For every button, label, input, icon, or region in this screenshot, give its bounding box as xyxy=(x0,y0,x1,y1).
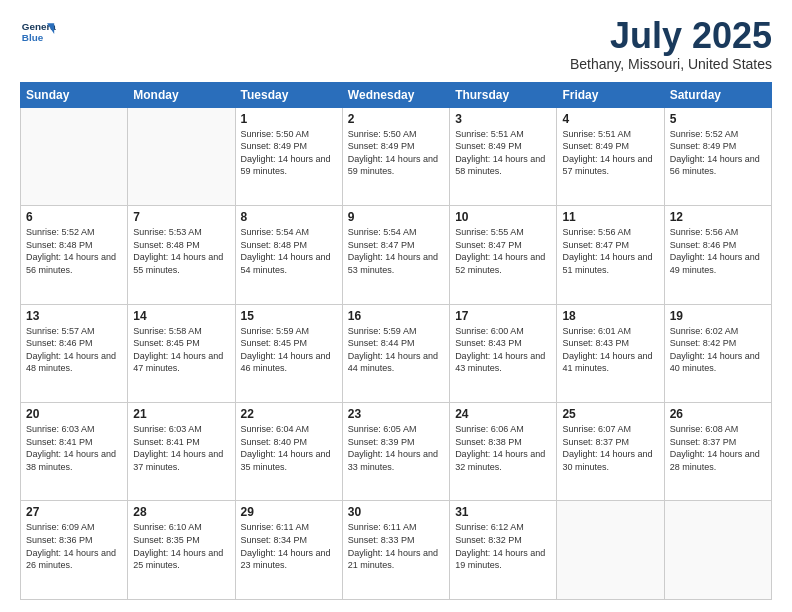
cell-info: Sunrise: 5:54 AMSunset: 8:47 PMDaylight:… xyxy=(348,226,444,276)
col-sunday: Sunday xyxy=(21,82,128,107)
cell-info: Sunrise: 5:50 AMSunset: 8:49 PMDaylight:… xyxy=(241,128,337,178)
logo: General Blue xyxy=(20,16,56,52)
table-cell: 25Sunrise: 6:07 AMSunset: 8:37 PMDayligh… xyxy=(557,403,664,501)
table-cell: 11Sunrise: 5:56 AMSunset: 8:47 PMDayligh… xyxy=(557,206,664,304)
day-number: 2 xyxy=(348,112,444,126)
table-cell xyxy=(128,107,235,205)
table-cell: 22Sunrise: 6:04 AMSunset: 8:40 PMDayligh… xyxy=(235,403,342,501)
table-cell: 2Sunrise: 5:50 AMSunset: 8:49 PMDaylight… xyxy=(342,107,449,205)
table-cell: 20Sunrise: 6:03 AMSunset: 8:41 PMDayligh… xyxy=(21,403,128,501)
col-thursday: Thursday xyxy=(450,82,557,107)
cell-info: Sunrise: 5:56 AMSunset: 8:46 PMDaylight:… xyxy=(670,226,766,276)
cell-info: Sunrise: 6:11 AMSunset: 8:33 PMDaylight:… xyxy=(348,521,444,571)
cell-info: Sunrise: 6:02 AMSunset: 8:42 PMDaylight:… xyxy=(670,325,766,375)
day-number: 19 xyxy=(670,309,766,323)
col-wednesday: Wednesday xyxy=(342,82,449,107)
day-number: 23 xyxy=(348,407,444,421)
table-cell: 30Sunrise: 6:11 AMSunset: 8:33 PMDayligh… xyxy=(342,501,449,600)
day-number: 30 xyxy=(348,505,444,519)
cell-info: Sunrise: 6:03 AMSunset: 8:41 PMDaylight:… xyxy=(26,423,122,473)
cell-info: Sunrise: 5:54 AMSunset: 8:48 PMDaylight:… xyxy=(241,226,337,276)
calendar-table: Sunday Monday Tuesday Wednesday Thursday… xyxy=(20,82,772,600)
day-number: 15 xyxy=(241,309,337,323)
location: Bethany, Missouri, United States xyxy=(570,56,772,72)
cell-info: Sunrise: 6:10 AMSunset: 8:35 PMDaylight:… xyxy=(133,521,229,571)
day-number: 3 xyxy=(455,112,551,126)
table-cell: 10Sunrise: 5:55 AMSunset: 8:47 PMDayligh… xyxy=(450,206,557,304)
table-cell xyxy=(664,501,771,600)
table-cell: 24Sunrise: 6:06 AMSunset: 8:38 PMDayligh… xyxy=(450,403,557,501)
day-number: 11 xyxy=(562,210,658,224)
cell-info: Sunrise: 5:50 AMSunset: 8:49 PMDaylight:… xyxy=(348,128,444,178)
day-number: 29 xyxy=(241,505,337,519)
day-number: 7 xyxy=(133,210,229,224)
cell-info: Sunrise: 5:59 AMSunset: 8:45 PMDaylight:… xyxy=(241,325,337,375)
table-cell: 17Sunrise: 6:00 AMSunset: 8:43 PMDayligh… xyxy=(450,304,557,402)
col-friday: Friday xyxy=(557,82,664,107)
cell-info: Sunrise: 6:05 AMSunset: 8:39 PMDaylight:… xyxy=(348,423,444,473)
table-cell: 12Sunrise: 5:56 AMSunset: 8:46 PMDayligh… xyxy=(664,206,771,304)
table-cell: 5Sunrise: 5:52 AMSunset: 8:49 PMDaylight… xyxy=(664,107,771,205)
table-cell: 27Sunrise: 6:09 AMSunset: 8:36 PMDayligh… xyxy=(21,501,128,600)
table-cell: 6Sunrise: 5:52 AMSunset: 8:48 PMDaylight… xyxy=(21,206,128,304)
table-cell: 16Sunrise: 5:59 AMSunset: 8:44 PMDayligh… xyxy=(342,304,449,402)
cell-info: Sunrise: 6:06 AMSunset: 8:38 PMDaylight:… xyxy=(455,423,551,473)
cell-info: Sunrise: 6:03 AMSunset: 8:41 PMDaylight:… xyxy=(133,423,229,473)
table-cell: 18Sunrise: 6:01 AMSunset: 8:43 PMDayligh… xyxy=(557,304,664,402)
cell-info: Sunrise: 6:00 AMSunset: 8:43 PMDaylight:… xyxy=(455,325,551,375)
cell-info: Sunrise: 5:51 AMSunset: 8:49 PMDaylight:… xyxy=(455,128,551,178)
cell-info: Sunrise: 6:07 AMSunset: 8:37 PMDaylight:… xyxy=(562,423,658,473)
cell-info: Sunrise: 6:08 AMSunset: 8:37 PMDaylight:… xyxy=(670,423,766,473)
page: General Blue July 2025 Bethany, Missouri… xyxy=(0,0,792,612)
table-cell: 29Sunrise: 6:11 AMSunset: 8:34 PMDayligh… xyxy=(235,501,342,600)
day-number: 10 xyxy=(455,210,551,224)
day-number: 16 xyxy=(348,309,444,323)
table-cell xyxy=(557,501,664,600)
table-cell: 14Sunrise: 5:58 AMSunset: 8:45 PMDayligh… xyxy=(128,304,235,402)
cell-info: Sunrise: 6:09 AMSunset: 8:36 PMDaylight:… xyxy=(26,521,122,571)
table-cell: 9Sunrise: 5:54 AMSunset: 8:47 PMDaylight… xyxy=(342,206,449,304)
day-number: 9 xyxy=(348,210,444,224)
cell-info: Sunrise: 6:12 AMSunset: 8:32 PMDaylight:… xyxy=(455,521,551,571)
col-saturday: Saturday xyxy=(664,82,771,107)
cell-info: Sunrise: 5:58 AMSunset: 8:45 PMDaylight:… xyxy=(133,325,229,375)
cell-info: Sunrise: 6:11 AMSunset: 8:34 PMDaylight:… xyxy=(241,521,337,571)
week-row-4: 20Sunrise: 6:03 AMSunset: 8:41 PMDayligh… xyxy=(21,403,772,501)
table-cell: 28Sunrise: 6:10 AMSunset: 8:35 PMDayligh… xyxy=(128,501,235,600)
cell-info: Sunrise: 5:52 AMSunset: 8:49 PMDaylight:… xyxy=(670,128,766,178)
day-number: 1 xyxy=(241,112,337,126)
day-number: 27 xyxy=(26,505,122,519)
day-number: 5 xyxy=(670,112,766,126)
calendar-header-row: Sunday Monday Tuesday Wednesday Thursday… xyxy=(21,82,772,107)
day-number: 22 xyxy=(241,407,337,421)
cell-info: Sunrise: 6:01 AMSunset: 8:43 PMDaylight:… xyxy=(562,325,658,375)
day-number: 20 xyxy=(26,407,122,421)
table-cell: 4Sunrise: 5:51 AMSunset: 8:49 PMDaylight… xyxy=(557,107,664,205)
week-row-1: 1Sunrise: 5:50 AMSunset: 8:49 PMDaylight… xyxy=(21,107,772,205)
day-number: 21 xyxy=(133,407,229,421)
day-number: 31 xyxy=(455,505,551,519)
day-number: 28 xyxy=(133,505,229,519)
cell-info: Sunrise: 5:57 AMSunset: 8:46 PMDaylight:… xyxy=(26,325,122,375)
day-number: 18 xyxy=(562,309,658,323)
day-number: 14 xyxy=(133,309,229,323)
logo-icon: General Blue xyxy=(20,16,56,52)
day-number: 4 xyxy=(562,112,658,126)
col-monday: Monday xyxy=(128,82,235,107)
table-cell: 7Sunrise: 5:53 AMSunset: 8:48 PMDaylight… xyxy=(128,206,235,304)
table-cell: 8Sunrise: 5:54 AMSunset: 8:48 PMDaylight… xyxy=(235,206,342,304)
day-number: 26 xyxy=(670,407,766,421)
table-cell: 21Sunrise: 6:03 AMSunset: 8:41 PMDayligh… xyxy=(128,403,235,501)
table-cell: 26Sunrise: 6:08 AMSunset: 8:37 PMDayligh… xyxy=(664,403,771,501)
day-number: 6 xyxy=(26,210,122,224)
table-cell: 23Sunrise: 6:05 AMSunset: 8:39 PMDayligh… xyxy=(342,403,449,501)
table-cell: 31Sunrise: 6:12 AMSunset: 8:32 PMDayligh… xyxy=(450,501,557,600)
day-number: 13 xyxy=(26,309,122,323)
cell-info: Sunrise: 5:51 AMSunset: 8:49 PMDaylight:… xyxy=(562,128,658,178)
table-cell: 19Sunrise: 6:02 AMSunset: 8:42 PMDayligh… xyxy=(664,304,771,402)
day-number: 17 xyxy=(455,309,551,323)
svg-text:Blue: Blue xyxy=(22,32,44,43)
table-cell xyxy=(21,107,128,205)
cell-info: Sunrise: 5:53 AMSunset: 8:48 PMDaylight:… xyxy=(133,226,229,276)
table-cell: 13Sunrise: 5:57 AMSunset: 8:46 PMDayligh… xyxy=(21,304,128,402)
